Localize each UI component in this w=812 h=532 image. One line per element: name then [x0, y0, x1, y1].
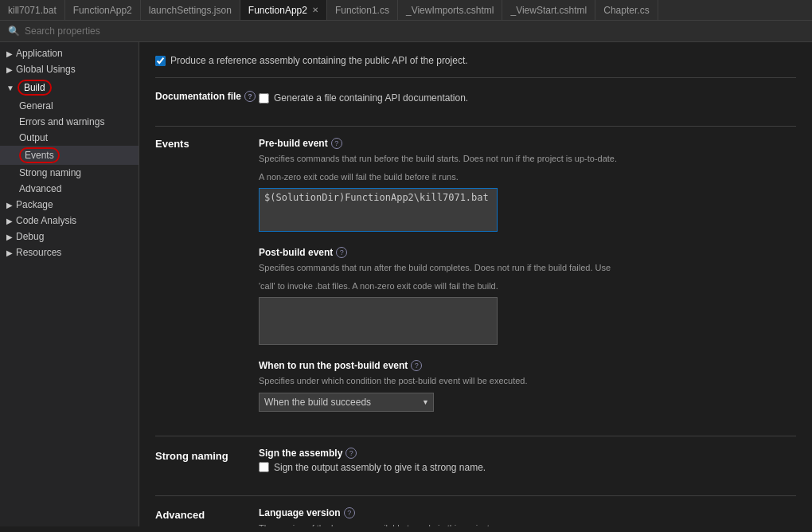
arrow-icon: ▶ — [6, 217, 13, 225]
advanced-content: Language version ? The version of the la… — [259, 507, 796, 527]
sidebar-item-application[interactable]: ▶ Application — [0, 45, 139, 61]
sidebar-item-package[interactable]: ▶ Package — [0, 197, 139, 213]
doc-file-checkbox[interactable] — [259, 93, 269, 104]
tab-launchsettings[interactable]: launchSettings.json — [141, 0, 240, 20]
help-icon[interactable]: ? — [345, 448, 357, 459]
sidebar-item-label: Output — [19, 132, 48, 143]
sidebar-item-events[interactable]: Events — [0, 146, 139, 165]
sidebar-item-build[interactable]: ▼ Build — [0, 77, 139, 98]
documentation-section-label: Documentation file ? — [155, 89, 259, 110]
language-version-title: Language version — [259, 507, 341, 518]
sidebar-item-errors-warnings[interactable]: Errors and warnings — [0, 114, 139, 130]
pre-build-desc1: Specifies commands that run before the b… — [259, 152, 796, 166]
tab-label: FunctionApp2 — [248, 5, 307, 16]
help-icon[interactable]: ? — [336, 247, 347, 258]
divider — [155, 77, 796, 78]
post-build-desc1: Specifies commands that run after the bu… — [259, 261, 796, 275]
events-section: Events Pre-build event ? Specifies comma… — [155, 138, 796, 420]
help-icon[interactable]: ? — [344, 507, 355, 518]
when-to-run-dropdown-wrapper: Always When the build succeeds When the … — [259, 393, 434, 412]
sidebar-item-advanced[interactable]: Advanced — [0, 181, 139, 197]
tab-label: _ViewImports.cshtml — [406, 5, 494, 16]
pre-build-label-row: Pre-build event ? — [259, 138, 796, 149]
advanced-section: Advanced Language version ? The version … — [155, 507, 796, 527]
language-version-desc: The version of the language available to… — [259, 522, 796, 527]
sign-assembly-checkbox[interactable] — [259, 462, 269, 472]
reference-assembly-label: Produce a reference assembly containing … — [170, 55, 468, 66]
tab-kill7071[interactable]: kill7071.bat — [0, 0, 65, 20]
post-build-title: Post-build event — [259, 247, 333, 258]
tab-functionapp2-1[interactable]: FunctionApp2 — [65, 0, 141, 20]
search-bar: 🔍 — [0, 21, 812, 42]
post-build-desc1-text: Specifies commands that run after the bu… — [259, 263, 611, 272]
strong-naming-label: Strong naming — [155, 448, 259, 479]
tab-viewstart[interactable]: _ViewStart.cshtml — [502, 0, 595, 20]
sidebar-item-label: Events — [19, 147, 60, 163]
sign-assembly-checkbox-row: Sign the output assembly to give it a st… — [259, 462, 796, 473]
pre-build-input[interactable]: $(SolutionDir)FunctionApp2\kill7071.bat — [259, 188, 498, 232]
tab-label: FunctionApp2 — [73, 5, 132, 16]
tab-function1[interactable]: Function1.cs — [327, 0, 398, 20]
reference-assembly-row: Produce a reference assembly containing … — [155, 55, 796, 66]
strong-naming-content: Sign the assembly ? Sign the output asse… — [259, 448, 796, 479]
close-icon[interactable]: ✕ — [312, 6, 318, 14]
when-to-run-group: When to run the post-build event ? Speci… — [259, 360, 796, 412]
tab-label: Function1.cs — [335, 5, 389, 16]
sidebar-item-label: Resources — [16, 247, 61, 258]
pre-build-group: Pre-build event ? Specifies commands tha… — [259, 138, 796, 234]
sidebar-item-label: Application — [16, 48, 63, 59]
sidebar-item-resources[interactable]: ▶ Resources — [0, 244, 139, 260]
sidebar-item-label: Errors and warnings — [19, 116, 104, 127]
sidebar-item-strong-naming[interactable]: Strong naming — [0, 165, 139, 181]
sidebar-item-global-usings[interactable]: ▶ Global Usings — [0, 61, 139, 77]
advanced-label: Advanced — [155, 507, 259, 527]
tab-label: _ViewStart.cshtml — [510, 5, 587, 16]
arrow-icon: ▶ — [6, 233, 13, 241]
when-to-run-dropdown[interactable]: Always When the build succeeds When the … — [259, 393, 434, 412]
documentation-content: Generate a file containing API documenta… — [259, 89, 796, 110]
sidebar-item-label: Global Usings — [16, 64, 76, 75]
sidebar-item-debug[interactable]: ▶ Debug — [0, 229, 139, 244]
sidebar-item-label: General — [19, 100, 53, 111]
when-to-run-desc: Specifies under which condition the post… — [259, 374, 796, 388]
post-build-input[interactable] — [259, 297, 498, 345]
divider — [155, 495, 796, 496]
sign-assembly-title: Sign the assembly — [259, 448, 342, 459]
arrow-icon: ▶ — [6, 49, 13, 58]
strong-naming-title: Strong naming — [155, 450, 228, 462]
help-icon[interactable]: ? — [411, 360, 422, 371]
arrow-icon: ▶ — [6, 201, 13, 209]
sign-assembly-checkbox-label: Sign the output assembly to give it a st… — [274, 462, 486, 473]
sidebar-item-general[interactable]: General — [0, 98, 139, 114]
help-icon[interactable]: ? — [244, 91, 256, 102]
sidebar-item-label: Debug — [16, 231, 44, 242]
sign-assembly-label-row: Sign the assembly ? — [259, 448, 796, 459]
tab-viewimports[interactable]: _ViewImports.cshtml — [398, 0, 502, 20]
content-area: Produce a reference assembly containing … — [139, 42, 812, 526]
arrow-icon: ▶ — [6, 248, 13, 257]
main-layout: ▶ Application ▶ Global Usings ▼ Build Ge… — [0, 42, 812, 526]
search-input[interactable] — [25, 25, 184, 37]
tab-chapter[interactable]: Chapter.cs — [595, 0, 658, 20]
help-icon[interactable]: ? — [331, 138, 342, 149]
sidebar-item-output[interactable]: Output — [0, 130, 139, 146]
pre-build-title: Pre-build event — [259, 138, 328, 149]
tab-functionapp2-2[interactable]: FunctionApp2 ✕ — [240, 0, 327, 20]
post-build-group: Post-build event ? Specifies commands th… — [259, 247, 796, 347]
reference-assembly-checkbox[interactable] — [155, 56, 166, 66]
post-build-label-row: Post-build event ? — [259, 247, 796, 258]
search-icon: 🔍 — [8, 25, 20, 37]
when-to-run-label-row: When to run the post-build event ? — [259, 360, 796, 371]
arrow-icon: ▶ — [6, 65, 13, 74]
strong-naming-section: Strong naming Sign the assembly ? Sign t… — [155, 448, 796, 479]
sidebar-item-label: Package — [16, 199, 53, 210]
events-content: Pre-build event ? Specifies commands tha… — [259, 138, 796, 420]
doc-file-label: Generate a file containing API documenta… — [274, 92, 468, 104]
sidebar-item-code-analysis[interactable]: ▶ Code Analysis — [0, 213, 139, 229]
divider — [155, 126, 796, 127]
pre-build-desc2: A non-zero exit code will fail the build… — [259, 170, 796, 184]
divider — [155, 436, 796, 436]
arrow-icon: ▼ — [6, 84, 14, 92]
sidebar-item-label: Strong naming — [19, 167, 81, 178]
doc-checkbox-row: Generate a file containing API documenta… — [259, 92, 796, 104]
